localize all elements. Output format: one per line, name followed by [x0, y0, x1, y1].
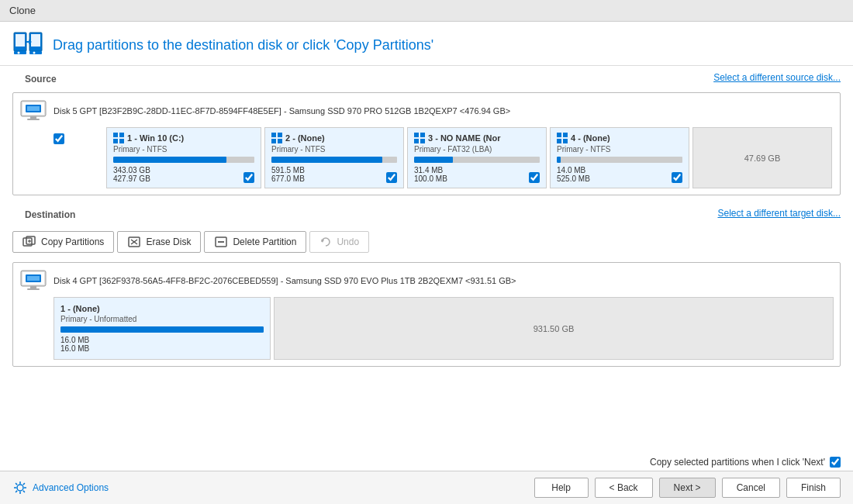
partition-4-progress	[557, 157, 682, 163]
dest-partition-1-title: 1 - (None)	[60, 304, 100, 313]
delete-partition-label: Delete Partition	[233, 236, 296, 247]
partition-1-type: Primary - NTFS	[113, 145, 254, 154]
erase-disk-button[interactable]: Erase Disk	[117, 231, 201, 253]
partition-2-progress	[271, 157, 397, 163]
svg-rect-21	[278, 133, 282, 137]
svg-point-48	[17, 485, 23, 491]
destination-toolbar: Copy Partitions Erase Disk Delete Partit…	[12, 228, 841, 256]
delete-partition-button[interactable]: Delete Partition	[204, 231, 306, 253]
partition-4-checkbox[interactable]	[672, 172, 682, 183]
svg-rect-15	[27, 106, 40, 111]
advanced-options-icon	[12, 480, 28, 495]
source-label: Source	[12, 69, 69, 86]
next-button[interactable]: Next >	[659, 478, 716, 498]
svg-rect-44	[30, 286, 36, 288]
svg-rect-19	[119, 139, 124, 143]
partition-4-type: Primary - NTFS	[557, 145, 682, 154]
partition-3-checkbox[interactable]	[529, 172, 540, 183]
window-title: Clone	[9, 5, 36, 16]
partition-2-checkbox[interactable]	[386, 172, 397, 183]
partition-1-title: 1 - Win 10 (C:)	[127, 133, 184, 143]
partition-2-title: 2 - (None)	[285, 133, 325, 143]
source-disk-container: Disk 5 GPT [B23F2B9C-28DD-11EC-8F7D-8594…	[12, 92, 841, 195]
copy-checkbox-label: Copy selected partitions when I click 'N…	[650, 457, 825, 468]
svg-rect-22	[271, 139, 276, 143]
svg-rect-31	[563, 139, 568, 143]
destination-label: Destination	[12, 205, 88, 222]
copy-checkbox-row: Copy selected partitions when I click 'N…	[0, 454, 853, 471]
partition-3-title: 3 - NO NAME (Nor	[428, 133, 501, 143]
header-title: Drag partitions to the destination disk …	[12, 31, 841, 59]
copy-partitions-label: Copy Partitions	[41, 236, 104, 247]
windows-logo-4	[557, 133, 568, 143]
svg-point-3	[18, 52, 20, 54]
select-target-disk-link[interactable]: Select a different target disk...	[717, 208, 841, 219]
svg-rect-2	[14, 51, 26, 54]
advanced-options-label: Advanced Options	[33, 482, 109, 493]
source-monitor-icon	[19, 99, 47, 123]
bottom-bar: Advanced Options Help < Back Next > Canc…	[0, 471, 853, 504]
partition-1-progress	[113, 157, 254, 163]
svg-rect-28	[557, 133, 561, 137]
copy-partitions-icon	[22, 236, 36, 248]
advanced-options-link[interactable]: Advanced Options	[12, 480, 109, 495]
partition-1-total: 427.97 GB	[113, 174, 150, 183]
svg-rect-29	[563, 133, 568, 137]
source-section-header: Source Select a different source disk...	[0, 66, 853, 89]
erase-disk-icon	[127, 236, 141, 248]
erase-disk-label: Erase Disk	[146, 236, 191, 247]
header-area: Drag partitions to the destination disk …	[0, 22, 853, 66]
dest-partition-1-progress	[60, 326, 264, 333]
source-partition-3: 3 - NO NAME (Nor Primary - FAT32 (LBA) 3…	[407, 127, 547, 188]
svg-rect-23	[278, 139, 282, 143]
partition-1-used: 343.03 GB	[113, 166, 150, 174]
main-content: Drag partitions to the destination disk …	[0, 22, 853, 471]
windows-logo-3	[414, 133, 425, 143]
help-button[interactable]: Help	[534, 478, 589, 498]
back-button[interactable]: < Back	[595, 478, 653, 498]
windows-logo-2	[271, 133, 282, 143]
partition-4-used: 14.0 MB	[557, 166, 590, 174]
destination-disk-header: Disk 4 GPT [362F9378-56A5-4FF8-BF2C-2076…	[19, 269, 834, 292]
svg-rect-25	[420, 133, 425, 137]
undo-button[interactable]: Undo	[309, 231, 369, 253]
svg-rect-24	[414, 133, 419, 137]
select-source-disk-link[interactable]: Select a different source disk...	[713, 72, 841, 83]
svg-rect-45	[27, 288, 40, 290]
source-partition-1: 1 - Win 10 (C:) Primary - NTFS 343.03 GB…	[106, 127, 261, 188]
bottom-right: Help < Back Next > Cancel Finish	[534, 478, 841, 498]
svg-rect-5	[31, 34, 40, 47]
source-disk-checkbox[interactable]	[54, 133, 64, 144]
partition-4-title: 4 - (None)	[571, 133, 610, 143]
partition-4-total: 525.0 MB	[557, 174, 590, 183]
destination-partitions: 1 - (None) Primary - Unformatted 16.0 MB…	[54, 297, 834, 360]
dest-partition-1-type: Primary - Unformatted	[60, 315, 264, 323]
title-bar: Clone	[0, 0, 853, 22]
cancel-button[interactable]: Cancel	[722, 478, 780, 498]
svg-rect-12	[30, 116, 36, 119]
partition-1-checkbox[interactable]	[243, 172, 254, 183]
source-disk-header: Disk 5 GPT [B23F2B9C-28DD-11EC-8F7D-8594…	[19, 99, 834, 123]
svg-rect-47	[27, 276, 40, 281]
svg-rect-20	[271, 133, 276, 137]
source-area: Disk 5 GPT [B23F2B9C-28DD-11EC-8F7D-8594…	[0, 89, 853, 202]
destination-unallocated-size: 931.50 GB	[534, 324, 575, 333]
source-unallocated-size: 47.69 GB	[744, 154, 780, 163]
copy-partitions-button[interactable]: Copy Partitions	[12, 231, 114, 253]
svg-rect-18	[113, 139, 118, 143]
svg-rect-27	[420, 139, 425, 143]
svg-rect-1	[16, 34, 25, 47]
dest-partition-1-total: 16.0 MB	[60, 344, 89, 353]
source-partition-4: 4 - (None) Primary - NTFS 14.0 MB 525.0 …	[550, 127, 689, 188]
svg-rect-16	[113, 133, 118, 137]
destination-monitor-icon	[19, 269, 47, 292]
partition-3-type: Primary - FAT32 (LBA)	[414, 145, 540, 154]
copy-when-next-checkbox[interactable]	[830, 457, 841, 468]
svg-rect-6	[29, 51, 42, 54]
partition-3-used: 31.4 MB	[414, 166, 447, 174]
windows-logo-1	[113, 133, 124, 143]
finish-button[interactable]: Finish	[786, 478, 841, 498]
svg-point-7	[33, 52, 36, 54]
header-instruction: Drag partitions to the destination disk …	[53, 37, 433, 54]
partition-2-total: 677.0 MB	[271, 174, 305, 183]
